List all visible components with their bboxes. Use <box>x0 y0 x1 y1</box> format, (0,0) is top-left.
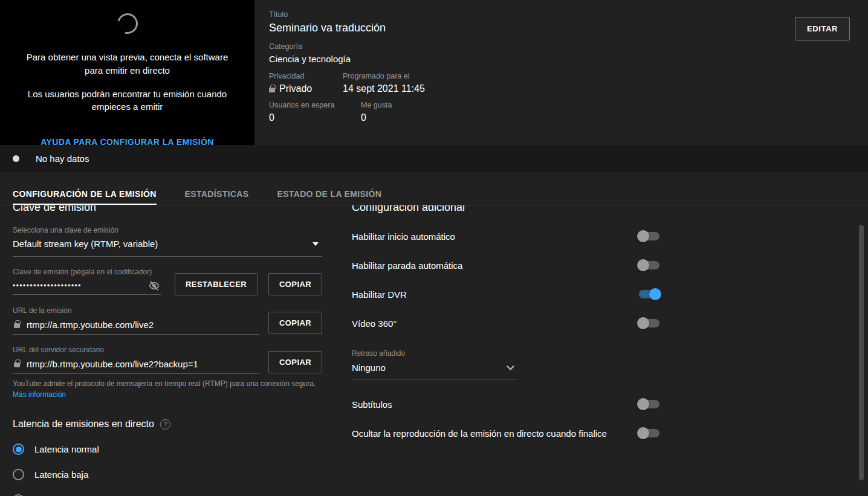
subtitles-row: Subtítulos <box>352 395 662 413</box>
hide-replay-label: Ocultar la reproducción de la emisión en… <box>352 428 607 439</box>
tab-estado-emision[interactable]: ESTADO DE LA EMISIÓN <box>277 181 381 205</box>
latency-option-normal[interactable]: Latencia normal <box>13 443 322 455</box>
latency-heading-row: Latencia de emisiones en directo ? <box>13 419 322 430</box>
backup-url-row: URL del servidor secundario rtmp://b.rtm… <box>13 346 322 374</box>
status-dot-icon <box>13 155 19 162</box>
backup-url-label: URL del servidor secundario <box>13 346 259 354</box>
additional-settings-section: Configuración adicional Habilitar inicio… <box>352 205 662 496</box>
chevron-down-icon <box>313 242 319 246</box>
privacy-schedule-row: Privacidad Privado Programado para el 14… <box>269 72 868 94</box>
likes-count: 0 <box>361 112 366 123</box>
key-select-label: Selecciona una clave de emisión <box>13 226 322 234</box>
backup-url-value: rtmp://b.rtmp.youtube.com/live2?backup=1 <box>27 359 198 369</box>
auto-stop-toggle[interactable] <box>639 261 659 269</box>
stream-title: Seminario va traducción <box>269 22 868 34</box>
stream-key-row: Clave de emisión (pégala en el codificad… <box>13 268 322 295</box>
settings-content: Clave de emisión Selecciona una clave de… <box>0 205 868 496</box>
radio-icon[interactable] <box>13 443 24 455</box>
delay-block: Retraso añadido Ninguno <box>352 349 662 379</box>
dvr-row: Habilitar DVR <box>352 285 662 303</box>
hide-replay-toggle[interactable] <box>639 429 659 437</box>
help-icon[interactable]: ? <box>160 419 170 430</box>
toggle-visibility-button[interactable] <box>148 280 160 292</box>
stats-row: Usuarios en espera 0 Me gusta 0 <box>269 101 868 123</box>
stream-key-select[interactable]: Default stream key (RTMP, variable) <box>13 234 322 257</box>
scheduled-label: Programado para el <box>343 72 425 80</box>
lock-icon <box>14 362 20 367</box>
privacy-value: Privado <box>279 83 312 94</box>
additional-settings-heading: Configuración adicional <box>352 205 662 214</box>
preview-message-2: Los usuarios podrán encontrar tu emisión… <box>17 88 238 114</box>
privacy-label: Privacidad <box>269 72 328 80</box>
category-label: Categoría <box>269 42 868 51</box>
chevron-down-icon <box>507 362 514 370</box>
likes-label: Me gusta <box>361 101 392 109</box>
more-info-link[interactable]: Más información <box>13 390 66 399</box>
waiting-label: Usuarios en espera <box>269 101 346 109</box>
delay-label: Retraso añadido <box>352 349 662 358</box>
copy-backup-url-button[interactable]: COPIAR <box>268 351 322 373</box>
schedule-block: Programado para el 14 sept 2021 11:45 <box>343 72 425 94</box>
reset-key-button[interactable]: RESTABLECER <box>175 273 257 295</box>
privacy-block: Privacidad Privado <box>269 72 328 94</box>
lock-icon <box>14 323 20 328</box>
stream-info-panel: Título Seminario va traducción Categoría… <box>254 0 868 145</box>
tab-estadisticas[interactable]: ESTADÍSTICAS <box>185 181 249 205</box>
tab-bar: CONFIGURACIÓN DE LA EMISIÓN ESTADÍSTICAS… <box>0 181 868 205</box>
copy-url-button[interactable]: COPIAR <box>268 312 322 334</box>
auto-start-label: Habilitar inicio automático <box>352 231 455 242</box>
latency-heading: Latencia de emisiones en directo <box>13 419 154 430</box>
waiting-block: Usuarios en espera 0 <box>269 101 346 123</box>
stream-key-masked-value: •••••••••••••••••••• <box>13 282 82 290</box>
stream-key-heading: Clave de emisión <box>13 205 322 214</box>
stream-url-label: URL de la emisión <box>13 306 259 315</box>
hide-replay-row: Ocultar la reproducción de la emisión en… <box>352 424 662 442</box>
top-section: Para obtener una vista previa, conecta e… <box>0 0 868 145</box>
stream-preview-pane: Para obtener una vista previa, conecta e… <box>0 0 254 145</box>
video-360-toggle[interactable] <box>639 319 659 327</box>
live-dashboard: Para obtener una vista previa, conecta e… <box>0 0 868 496</box>
auto-stop-row: Habilitar parada automática <box>352 256 662 274</box>
stream-key-select-value: Default stream key (RTMP, variable) <box>13 239 158 249</box>
latency-option-label: Latencia baja <box>34 469 88 480</box>
waiting-count: 0 <box>269 112 274 123</box>
vertical-scrollbar[interactable] <box>859 225 864 480</box>
stream-key-section: Clave de emisión Selecciona una clave de… <box>13 205 322 496</box>
subtitles-label: Subtítulos <box>352 399 392 410</box>
subtitles-toggle[interactable] <box>639 400 659 408</box>
title-label: Título <box>269 10 868 19</box>
stream-key-field: Clave de emisión (pégala en el codificad… <box>13 268 161 295</box>
backup-url-field: URL del servidor secundario rtmp://b.rtm… <box>13 346 259 374</box>
status-bar: No hay datos <box>0 145 868 172</box>
stream-url-field: URL de la emisión rtmp://a.rtmp.youtube.… <box>13 306 259 335</box>
preview-message-1: Para obtener una vista previa, conecta e… <box>17 51 238 77</box>
stream-url-row: URL de la emisión rtmp://a.rtmp.youtube.… <box>13 306 322 335</box>
dvr-label: Habilitar DVR <box>352 289 407 300</box>
delay-select-value: Ninguno <box>352 362 386 373</box>
auto-start-toggle[interactable] <box>639 232 659 240</box>
radio-icon[interactable] <box>13 469 24 480</box>
stream-url-value: rtmp://a.rtmp.youtube.com/live2 <box>27 320 154 330</box>
latency-option-low[interactable]: Latencia baja <box>13 469 322 480</box>
tab-configuracion-emision[interactable]: CONFIGURACIÓN DE LA EMISIÓN <box>13 181 157 205</box>
rtmp-note: YouTube admite el protocolo de mensajerí… <box>13 379 327 388</box>
no-data-text: No hay datos <box>36 153 89 164</box>
video-360-row: Vídeo 360° <box>352 314 662 332</box>
scheduled-value: 14 sept 2021 11:45 <box>343 83 425 94</box>
delay-select[interactable]: Ninguno <box>352 358 518 379</box>
eye-off-icon <box>148 280 160 292</box>
setup-help-link[interactable]: AYUDA PARA CONFIGURAR LA EMISIÓN <box>40 137 214 147</box>
dvr-toggle[interactable] <box>639 290 659 298</box>
likes-block: Me gusta 0 <box>361 101 392 123</box>
auto-start-row: Habilitar inicio automático <box>352 227 662 245</box>
copy-key-button[interactable]: COPIAR <box>268 273 322 295</box>
latency-option-label: Latencia normal <box>34 444 99 454</box>
stream-key-label: Clave de emisión (pégala en el codificad… <box>13 268 161 276</box>
stream-category: Ciencia y tecnología <box>269 54 868 64</box>
lock-icon <box>269 88 275 92</box>
loading-spinner-icon <box>113 10 141 37</box>
auto-stop-label: Habilitar parada automática <box>352 260 462 271</box>
video-360-label: Vídeo 360° <box>352 318 397 329</box>
edit-button[interactable]: EDITAR <box>795 17 850 40</box>
